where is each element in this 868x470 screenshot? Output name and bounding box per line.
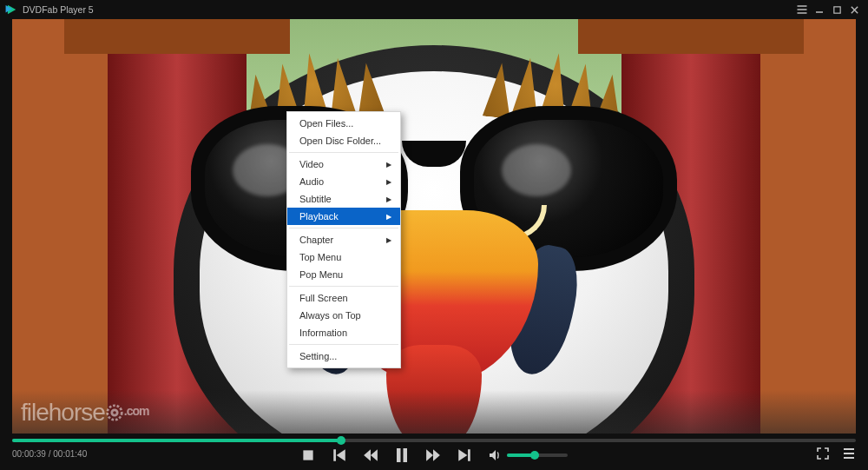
menu-item-subtitle[interactable]: Subtitle▶ — [287, 190, 400, 208]
svg-rect-5 — [303, 450, 312, 460]
menu-item-open-disc-folder[interactable]: Open Disc Folder... — [287, 132, 400, 149]
title-bar: DVDFab Player 5 — [0, 0, 868, 19]
submenu-arrow-icon: ▶ — [386, 178, 391, 186]
menu-item-open-files[interactable]: Open Files... — [287, 115, 400, 132]
rewind-button[interactable] — [363, 447, 378, 463]
menu-item-playback[interactable]: Playback▶ — [287, 208, 400, 225]
playlist-button[interactable] — [842, 447, 856, 460]
svg-rect-11 — [404, 448, 408, 462]
menu-item-label: Audio — [299, 176, 324, 187]
menu-item-chapter[interactable]: Chapter▶ — [287, 231, 400, 248]
submenu-arrow-icon: ▶ — [386, 195, 391, 203]
submenu-arrow-icon: ▶ — [386, 213, 391, 221]
transport-controls — [300, 444, 568, 467]
close-button[interactable] — [845, 1, 863, 18]
menu-item-video[interactable]: Video▶ — [287, 156, 400, 173]
video-viewport[interactable]: filehorse.com — [12, 19, 856, 434]
menu-item-label: Always on Top — [299, 310, 361, 321]
menu-item-full-screen[interactable]: Full Screen — [287, 289, 400, 307]
minimize-button[interactable] — [811, 1, 828, 18]
menu-item-label: Pop Menu — [299, 269, 343, 280]
bg-pillar — [12, 19, 108, 434]
menu-item-label: Playback — [299, 211, 339, 222]
svg-marker-14 — [458, 449, 467, 461]
menu-item-information[interactable]: Information — [287, 324, 400, 341]
menu-separator — [289, 152, 398, 153]
bg-pillar — [760, 19, 856, 434]
progress-fill — [12, 439, 341, 442]
svg-marker-12 — [426, 449, 433, 461]
svg-rect-2 — [833, 6, 839, 12]
volume-control — [488, 448, 568, 462]
menu-item-pop-menu[interactable]: Pop Menu — [287, 266, 400, 283]
svg-rect-10 — [397, 448, 401, 462]
svg-marker-9 — [371, 449, 378, 461]
menu-item-label: Setting... — [299, 351, 337, 361]
previous-button[interactable] — [332, 447, 347, 463]
app-logo-icon — [5, 3, 17, 16]
menu-item-label: Open Files... — [299, 118, 353, 129]
menu-separator — [289, 344, 398, 345]
svg-marker-13 — [433, 449, 440, 461]
pause-button[interactable] — [394, 447, 410, 463]
context-menu[interactable]: Open Files...Open Disc Folder...Video▶Au… — [286, 111, 401, 368]
time-elapsed: 00:00:39 — [12, 449, 46, 459]
menu-item-label: Top Menu — [299, 252, 341, 262]
menu-item-always-on-top[interactable]: Always on Top — [287, 307, 400, 324]
menu-item-label: Chapter — [299, 235, 333, 245]
menu-item-setting[interactable]: Setting... — [287, 348, 400, 365]
svg-marker-16 — [490, 450, 496, 460]
time-duration: 00:01:40 — [53, 449, 87, 459]
menu-item-label: Information — [299, 328, 347, 338]
progress-track[interactable] — [12, 439, 856, 442]
submenu-arrow-icon: ▶ — [386, 236, 391, 244]
menu-separator — [289, 228, 398, 228]
stop-button[interactable] — [300, 447, 316, 463]
menu-item-label: Video — [299, 159, 324, 169]
right-controls — [816, 447, 856, 460]
volume-icon[interactable] — [488, 448, 502, 462]
svg-rect-15 — [468, 449, 470, 461]
svg-marker-8 — [364, 449, 371, 461]
volume-knob[interactable] — [530, 451, 539, 460]
menu-button[interactable] — [793, 1, 811, 18]
app-title: DVDFab Player 5 — [23, 4, 94, 15]
volume-track[interactable] — [507, 453, 568, 457]
video-character — [104, 19, 764, 434]
menu-item-label: Subtitle — [299, 194, 332, 204]
maximize-button[interactable] — [828, 1, 845, 18]
fullscreen-button[interactable] — [816, 447, 830, 460]
menu-item-audio[interactable]: Audio▶ — [287, 173, 400, 190]
forward-button[interactable] — [425, 447, 441, 463]
menu-item-label: Open Disc Folder... — [299, 136, 381, 146]
video-bottom-gradient — [12, 390, 856, 434]
svg-rect-6 — [333, 449, 336, 461]
controls-bar: 00:00:39 / 00:01:40 — [0, 434, 868, 470]
submenu-arrow-icon: ▶ — [386, 161, 391, 169]
svg-marker-7 — [337, 449, 345, 461]
next-button[interactable] — [457, 447, 472, 463]
menu-item-top-menu[interactable]: Top Menu — [287, 248, 400, 266]
menu-separator — [289, 286, 398, 287]
menu-item-label: Full Screen — [299, 293, 348, 303]
time-display: 00:00:39 / 00:01:40 — [12, 449, 87, 459]
